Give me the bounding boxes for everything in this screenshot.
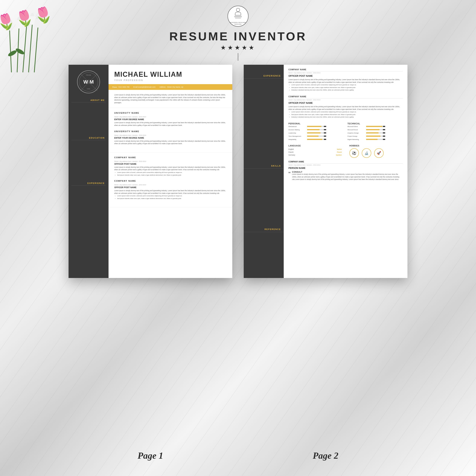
skill-fill-msexcel: [366, 129, 379, 130]
exp-text-2: Lorem Ipsum is simply dummy text of the …: [114, 189, 227, 195]
skill-fill-time: [307, 136, 319, 137]
page1-sidebar: FROM W M USA ABOUT ME EDUCATION EXPERIEN…: [68, 65, 108, 278]
skill-fill-digital: [366, 139, 377, 140]
address-value: Address : Street City Name, zip: [159, 86, 183, 88]
p2-reference-label: REFERENCE: [244, 226, 284, 232]
skill-name-decision: Decision Making: [289, 129, 306, 131]
lang-germany: Germany Spoken: [289, 154, 342, 156]
lang-english-level: Native: [337, 148, 342, 150]
phone-label: Phone: [112, 86, 117, 88]
skill-end-adaptability: [324, 139, 326, 140]
svg-line-2: [23, 25, 27, 72]
main-title: RESUME INVENTOR: [169, 30, 307, 43]
skill-end-digital: [383, 139, 385, 140]
svg-point-12: [236, 8, 240, 12]
p2-b2-1: Lorem ipsum dolor sit amet, unknown prin…: [291, 111, 403, 113]
page1-main: MICHAEL WILLIAM YOUR PROFESSION Phone +0…: [108, 65, 232, 278]
bullet-2-2: Sed ipsum lobortis vitae nunc quis, make…: [117, 197, 227, 200]
p2-b1-2: Sed ipsum lobortis vitae nunc quis, make…: [291, 86, 403, 89]
skill-name-msexcel: Microsoft Excel: [347, 129, 365, 131]
ref-text: Lorem Ipsum is simply dummy text of the …: [292, 173, 403, 181]
skill-name-leadership: Leadership: [289, 132, 306, 134]
page2-sidebar: EXPERIENCE SKILLS REFERENCE: [244, 65, 284, 278]
skill-end-graphics: [383, 132, 385, 134]
page2-main: COMPANY NAME Street / city address here …: [284, 65, 408, 278]
skill-bar-msexcel: [366, 129, 385, 130]
p2-exp-2: COMPANY NAME Street / city address here …: [289, 96, 403, 119]
from-text: FROM: [86, 74, 91, 76]
page-2: EXPERIENCE SKILLS REFERENCE COMPANY NAME…: [244, 65, 408, 278]
hobby-icon-1: ⚽: [349, 148, 359, 158]
skill-end-decision: [324, 129, 326, 130]
p2-b1-3: Industry's standard dummy text ever sinc…: [291, 89, 403, 91]
p2-bullets-2: Lorem ipsum dolor sit amet, unknown prin…: [289, 111, 403, 119]
exp-text-1: Lorem Ipsum is simply dummy text of the …: [114, 166, 227, 171]
ref-quote-block: " CONSULT Lorem Ipsum is simply dummy te…: [289, 171, 403, 181]
exp-bullets-1: Lorem ipsum dolor sit amet, unknown prin…: [114, 171, 227, 176]
svg-point-10: [29, 13, 36, 25]
skill-fill-decision: [307, 129, 320, 130]
ref-company: COMPANY ANME: [289, 161, 403, 164]
p2-exp-text-2: Lorem Ipsum is simply dummy text of the …: [289, 105, 403, 111]
skill-end-motivational: [324, 126, 326, 127]
skill-project: Project Design: [347, 135, 403, 137]
p2-b2-2: Sed ipsum lobortis vitae nunc quis, make…: [291, 113, 403, 116]
hobbies-icons: ⚽ 🔬 🚀: [349, 148, 403, 158]
exp-company-2: COMPANY NAME: [114, 180, 227, 182]
svg-point-5: [7, 49, 17, 57]
hobby-icon-3: 🚀: [374, 148, 384, 158]
skill-graphics: Graphics Design: [347, 132, 403, 134]
skill-digital: Digital Marketing: [347, 139, 403, 140]
lang-germany-level: Spoken: [336, 154, 342, 156]
header: Modern Resume Design RESUME INVENTOR ★★★…: [169, 6, 307, 61]
person-name: MICHAEL WILLIAM: [114, 70, 227, 78]
usa-text: USA: [87, 88, 90, 89]
skill-fill-msword: [366, 126, 382, 127]
svg-line-4: [34, 26, 38, 72]
sidebar-about-title: ABOUT ME: [71, 99, 106, 102]
exp-company-1: COMPANY NAME: [114, 156, 227, 159]
sidebar-experience-title: EXPERIENCE: [71, 182, 106, 186]
edu-university-1: UNIVERSITY NAME: [114, 112, 227, 114]
skill-bar-time: [307, 136, 326, 137]
skill-decision: Decision Making: [289, 129, 344, 131]
exp-address-1: Street / city address here / session - 2…: [114, 160, 227, 162]
exp-entry-1: COMPANY NAME Street / city address here …: [114, 156, 227, 176]
technical-title: TECHNICAL: [347, 123, 403, 125]
skill-motivational: Motivational: [289, 126, 344, 127]
skill-name-motivational: Motivational: [289, 126, 306, 127]
p2-b1-1: Lorem ipsum dolor sit amet, unknown prin…: [291, 84, 403, 86]
skill-name-digital: Digital Marketing: [347, 139, 365, 140]
bullet-2-1: Lorem ipsum dolor sit amet, unknown prin…: [117, 195, 227, 197]
logo-person-icon: [232, 7, 244, 22]
logo-circle: Modern Resume Design: [227, 6, 249, 27]
p2-bullets-1: Lorem ipsum dolor sit amet, unknown prin…: [289, 84, 403, 91]
header-divider: [238, 53, 238, 61]
skill-end-time: [324, 136, 326, 137]
skill-fill-leadership: [307, 132, 321, 134]
svg-point-7: [6, 19, 13, 31]
edu-address-1: Street / city address here / session - 2…: [114, 116, 227, 118]
skills-grid: PERSONAL Motivational Decision Making: [289, 123, 403, 142]
sidebar-education: EDUCATION: [68, 137, 108, 140]
skill-adaptability: Adaptability: [289, 139, 344, 140]
name-header: MICHAEL WILLIAM YOUR PROFESSION: [108, 65, 232, 84]
svg-point-8: [16, 17, 22, 29]
p2-experience-label: EXPERIENCE: [244, 72, 284, 79]
skill-bar-msword: [366, 126, 385, 127]
bullet-1-2: Sed ipsum lobortis vitae nunc quis, make…: [117, 174, 227, 176]
skill-end-msword: [383, 126, 385, 127]
p2-addr-1: Street / city address here / session - 2…: [289, 72, 403, 74]
p2-officer-2: OFFICER POST NAME: [289, 102, 403, 104]
page2-label: Page 2: [244, 450, 408, 461]
p2-exp-text-1: Lorem Ipsum is simply dummy text of the …: [289, 78, 403, 84]
quote-mark-icon: ": [289, 171, 290, 177]
hobbies-col: HOBBIES ⚽ 🔬 🚀: [349, 145, 403, 158]
svg-point-9: [23, 15, 30, 27]
lang-french-level: Fluent: [337, 151, 342, 153]
skill-msexcel: Microsoft Excel: [347, 129, 403, 131]
p2-skills-label: SKILLS: [244, 162, 284, 169]
lang-english-name: English: [289, 148, 294, 150]
language-heading: LANGUAGE: [289, 145, 342, 147]
contact-email: Email example@domain.com: [133, 86, 155, 88]
